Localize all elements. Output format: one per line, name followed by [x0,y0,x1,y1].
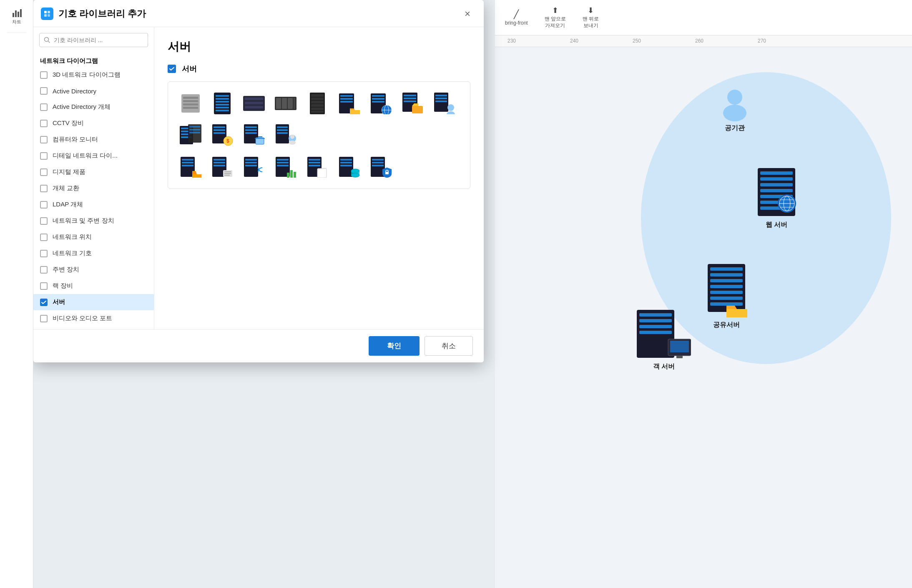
svg-rect-135 [245,165,257,166]
left-sidebar: 차트 [0,0,33,588]
sidebar-item-peripheral[interactable]: 주변 장치 [33,261,154,278]
server-icon-18[interactable] [302,152,332,182]
server-icon-5[interactable] [302,88,332,118]
svg-rect-142 [294,172,296,178]
line-icon: ╱ [514,9,519,19]
toolbar-send-back[interactable]: ⬇ 맨 뒤로보내기 [583,6,599,29]
server-icon-11[interactable]: $ [207,120,237,150]
send-back-label: 맨 뒤로보내기 [583,16,599,29]
server-icon-9[interactable] [429,88,459,118]
server-icon-8[interactable] [397,88,427,118]
svg-line-38 [48,41,50,43]
canvas-element-shared-server[interactable]: 공유서버 [703,264,749,329]
svg-point-76 [382,105,392,114]
line-label: bring-front [505,20,528,26]
server-icon-19[interactable] [334,152,364,182]
checkbox-active-directory[interactable] [40,87,48,95]
sidebar-item-cctv[interactable]: CCTV 장비 [33,115,154,131]
sidebar-item-active-directory[interactable]: Active Directory [33,83,154,99]
server-icon-20[interactable] [366,152,396,182]
icon-row-1: $ [176,88,462,150]
svg-rect-162 [15,10,17,17]
search-input-wrap[interactable] [39,33,148,47]
close-button[interactable]: × [460,7,475,21]
server-icon-14[interactable] [176,152,206,182]
checkbox-network-symbol[interactable] [40,250,48,257]
checkbox-server[interactable] [40,299,48,306]
sidebar-item-network-symbol[interactable]: 네트워크 기호 [33,245,154,261]
checkbox-active-directory-obj[interactable] [40,103,48,111]
svg-rect-106 [245,126,257,128]
server-icon-4[interactable] [271,88,301,118]
cancel-button[interactable]: 취소 [425,336,473,356]
label-network-symbol: 네트워크 기호 [53,249,92,257]
svg-rect-66 [311,111,324,113]
server-icon-16[interactable] [239,152,269,182]
checkbox-network-peripheral[interactable] [40,217,48,225]
svg-rect-69 [340,98,353,100]
checkbox-3d-network[interactable] [40,71,48,79]
checkbox-rack[interactable] [40,282,48,290]
person-icon [720,89,749,122]
checkbox-network-location[interactable] [40,234,48,241]
sidebar-item-3d-network[interactable]: 3D 네트워크 다이어그램 [33,67,154,83]
svg-rect-27 [639,319,672,322]
svg-rect-47 [216,101,229,103]
sidebar-item-network-peripheral[interactable]: 네트워크 및 주변 장치 [33,213,154,229]
server-icon-6[interactable] [334,88,364,118]
toolbar-bring-front[interactable]: ⬆ 맨 앞으로가져오기 [545,6,566,29]
svg-rect-56 [276,98,281,109]
sidebar-item-active-directory-obj[interactable]: Active Directory 개체 [33,99,154,115]
svg-text:$: $ [226,138,229,144]
label-computer-monitor: 컴퓨터와 모니터 [53,136,98,143]
svg-rect-100 [214,126,225,128]
server-main-checkbox[interactable] [168,65,176,73]
left-tool-chart[interactable]: 차트 [7,7,26,26]
server-icon-7[interactable] [366,88,396,118]
checkbox-entity-exchange[interactable] [40,185,48,192]
client-server-icon [637,310,691,360]
server-icon-2[interactable] [207,88,237,118]
sidebar-item-entity-exchange[interactable]: 개체 교환 [33,180,154,196]
sidebar-item-server[interactable]: 서버 [33,294,154,310]
svg-rect-48 [216,104,229,106]
sidebar-item-detail-network[interactable]: 디테일 네트워크 다이... [33,148,154,164]
svg-rect-122 [182,165,193,166]
sidebar-item-ldap[interactable]: LDAP 개체 [33,196,154,213]
checkbox-detail-network[interactable] [40,152,48,160]
svg-rect-59 [294,98,295,109]
server-icon-13[interactable] [271,120,301,150]
sidebar-item-computer-monitor[interactable]: 컴퓨터와 모니터 [33,131,154,148]
svg-rect-139 [277,165,289,166]
svg-rect-108 [245,132,257,134]
server-icon-3[interactable] [239,88,269,118]
canvas-element-client-server[interactable]: 객 서버 [637,310,691,371]
server-icon-17[interactable] [271,152,301,182]
search-input[interactable] [54,37,143,43]
canvas-element-institution[interactable]: 공기관 [720,89,749,133]
svg-rect-138 [277,162,289,163]
sidebar-item-network-location[interactable]: 네트워크 위치 [33,229,154,245]
checkbox-digital-product[interactable] [40,168,48,176]
shared-server-label: 공유서버 [713,321,740,329]
sidebar-item-digital-product[interactable]: 디지털 제품 [33,164,154,180]
ruler-mark-250: 250 [633,38,641,44]
checkbox-computer-monitor[interactable] [40,136,48,143]
svg-rect-114 [277,129,288,131]
svg-point-0 [727,90,742,105]
sidebar-item-video-audio[interactable]: 비디오와 오디오 포트 [33,310,154,327]
server-icon-1[interactable] [176,88,206,118]
checkbox-cctv[interactable] [40,120,48,127]
server-icon-12[interactable] [239,120,269,150]
svg-rect-18 [710,273,743,276]
sidebar-item-rack[interactable]: 랙 장비 [33,278,154,294]
checkbox-video-audio[interactable] [40,315,48,322]
checkbox-ldap[interactable] [40,201,48,209]
server-icon-15[interactable] [207,152,237,182]
svg-rect-22 [710,297,743,300]
confirm-button[interactable]: 확인 [369,336,420,356]
checkbox-peripheral[interactable] [40,266,48,274]
server-icon-10[interactable] [176,120,206,150]
toolbar-line-item[interactable]: ╱ bring-front [505,9,528,26]
canvas-element-web-server[interactable]: 웹 서버 [754,168,799,229]
